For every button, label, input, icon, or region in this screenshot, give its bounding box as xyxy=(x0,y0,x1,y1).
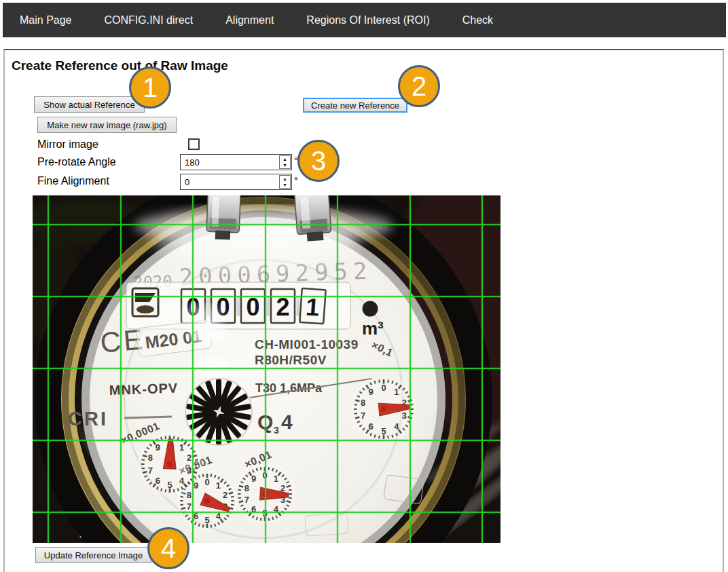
prerotate-angle-stepper[interactable]: ▲▼ xyxy=(279,155,291,169)
annotation-circle-3: 3 xyxy=(297,140,340,182)
svg-text:3: 3 xyxy=(187,465,192,476)
svg-text:0: 0 xyxy=(204,477,209,487)
device-id-text: CH-MI001-10039 xyxy=(255,337,359,351)
reference-image: 2020 2000692952 00021 m³ CE M20 01 CH-MI… xyxy=(33,195,500,543)
fine-alignment-input[interactable] xyxy=(180,174,292,190)
maker-logo-icon xyxy=(132,288,158,316)
annotation-circle-4: 4 xyxy=(147,527,189,569)
svg-text:3: 3 xyxy=(274,425,279,436)
nav-item-regions-of-interest-roi[interactable]: Regions Of Interest (ROI) xyxy=(306,14,429,26)
brand2-text: CRI xyxy=(68,408,108,430)
fine-alignment-stepper[interactable]: ▲▼ xyxy=(279,175,291,189)
fine-degree-symbol: ° xyxy=(294,174,298,186)
svg-text:3: 3 xyxy=(402,411,407,421)
svg-text:8: 8 xyxy=(148,453,153,463)
stepper-up-icon[interactable]: ▲ xyxy=(283,157,287,161)
svg-text:9: 9 xyxy=(251,474,256,484)
meter-dial: 0123456789 xyxy=(350,375,418,443)
svg-text:8: 8 xyxy=(361,398,365,408)
prerotate-angle-label: Pre-rotate Angle xyxy=(37,156,116,168)
brand-text: MNK-OPV xyxy=(109,381,178,398)
make-new-raw-image-button[interactable]: Make new raw image (raw.jpg) xyxy=(37,117,177,133)
svg-text:5: 5 xyxy=(381,426,386,436)
counter-digit-cell: 1 xyxy=(299,288,325,324)
svg-text:8: 8 xyxy=(244,483,249,493)
svg-text:1: 1 xyxy=(394,387,399,397)
svg-text:5: 5 xyxy=(167,480,172,490)
svg-text:5: 5 xyxy=(204,515,209,525)
svg-text:9: 9 xyxy=(369,387,374,397)
annotation-circle-2: 2 xyxy=(398,65,440,107)
svg-text:7: 7 xyxy=(187,501,192,512)
stepper-down-icon[interactable]: ▼ xyxy=(283,163,287,168)
top-navigation-bar: Main PageCONFIG.INI directAlignmentRegio… xyxy=(3,3,726,37)
mirror-image-label: Mirror image xyxy=(37,138,98,151)
nav-item-alignment[interactable]: Alignment xyxy=(225,14,274,26)
stepper-down-icon[interactable]: ▼ xyxy=(283,183,287,187)
annotation-circle-1: 1 xyxy=(129,66,171,109)
svg-text:7: 7 xyxy=(148,465,153,476)
svg-text:2: 2 xyxy=(187,453,192,463)
counter-dot xyxy=(363,301,378,317)
svg-text:4: 4 xyxy=(281,411,293,433)
nav-item-config-ini-direct[interactable]: CONFIG.INI direct xyxy=(105,14,194,26)
svg-text:0: 0 xyxy=(381,383,386,393)
counter-digit-cell: 2 xyxy=(271,289,295,323)
update-reference-image-button[interactable]: Update Reference Image xyxy=(35,547,151,563)
unit-label: m³ xyxy=(362,318,384,339)
svg-text:9: 9 xyxy=(156,442,160,453)
svg-text:1: 1 xyxy=(216,480,221,491)
counter-digit-cell: 0 xyxy=(241,289,265,323)
prerotate-angle-input[interactable] xyxy=(180,154,292,170)
svg-text:2: 2 xyxy=(223,490,228,500)
nav-item-main-page[interactable]: Main Page xyxy=(20,14,72,26)
svg-text:4: 4 xyxy=(179,476,185,486)
create-new-reference-button[interactable]: Create new Reference xyxy=(303,98,407,113)
mirror-image-checkbox[interactable] xyxy=(188,138,200,150)
stepper-up-icon[interactable]: ▲ xyxy=(283,176,287,181)
svg-text:6: 6 xyxy=(369,421,374,432)
nav-item-check[interactable]: Check xyxy=(462,14,493,26)
svg-text:1: 1 xyxy=(274,474,278,484)
svg-text:6: 6 xyxy=(156,476,160,486)
svg-text:1: 1 xyxy=(179,442,184,453)
svg-text:7: 7 xyxy=(361,411,365,421)
show-actual-reference-button[interactable]: Show actual Reference xyxy=(34,96,145,113)
fine-alignment-label: Fine Alignment xyxy=(37,175,109,187)
svg-text:7: 7 xyxy=(244,495,249,505)
svg-text:4: 4 xyxy=(394,421,399,432)
page-title: Create Reference out of Raw Image xyxy=(12,58,228,73)
